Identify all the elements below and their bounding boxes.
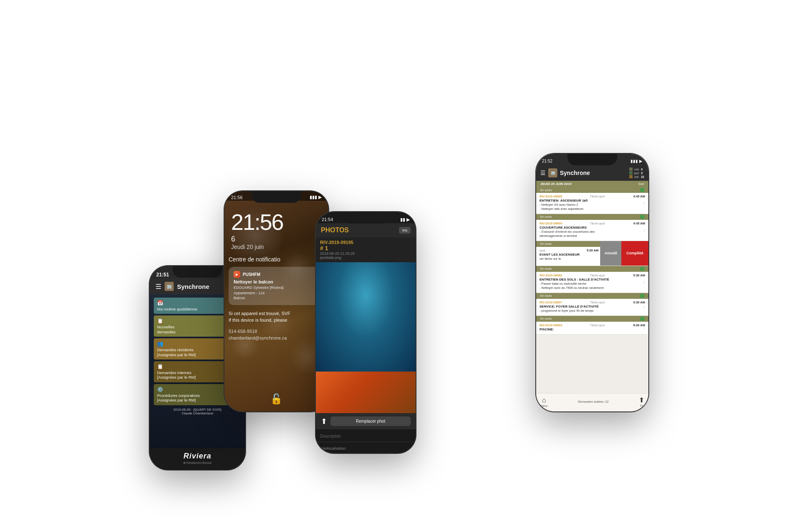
p2-lost-message: Si cet appareil est trouvé, SVF If this … bbox=[229, 310, 324, 324]
p2-notif-header: ▶ PUSHFM bbox=[234, 271, 319, 278]
p4-task-6-status-icon bbox=[640, 317, 644, 321]
p3-desc: Description bbox=[316, 429, 416, 442]
p4-task-4-arrow: › bbox=[643, 279, 645, 285]
p4-task-2-arrow: › bbox=[643, 227, 645, 233]
p3-replace-btn[interactable]: Remplacer phot bbox=[330, 416, 411, 426]
p4-date-text: JEUDI 20 JUIN 2019 bbox=[540, 182, 571, 186]
p1-time: 21:51 bbox=[156, 272, 169, 278]
p4-counters: nuit: 0 jour: 0 soir: 22 bbox=[629, 167, 644, 178]
p4-task-2-header: RIV-2019-08694 Tâche quot. 4:45 AM bbox=[539, 222, 645, 225]
phone-tasklist: 21:52 ▮▮▮ ▶ ☰ 🏢 Synchrone nuit: 0 bbox=[536, 154, 648, 411]
p3-action-btn[interactable]: Ins bbox=[399, 227, 411, 234]
jour-label: jour: bbox=[634, 172, 640, 175]
pushfm-icon: ▶ bbox=[234, 271, 240, 278]
p4-task-4-status: En cours bbox=[540, 267, 552, 270]
p4-task-6-content: RIV-2019-08683 Tâche quot. 6:00 AM PISCI… bbox=[536, 322, 648, 334]
p1-brand: Riviera bbox=[183, 452, 211, 461]
p3-photo-area bbox=[316, 262, 416, 413]
hamburger-icon[interactable]: ☰ bbox=[155, 283, 161, 291]
p4-task-4-time: 5:30 AM bbox=[633, 273, 645, 277]
p4-shift-tag: Soir bbox=[638, 182, 644, 186]
phone-photos: 21:54 ▮▮ ▶ PHOTOS Ins RIV-2019-09195 # 1… bbox=[316, 212, 416, 453]
p4-task-3[interactable]: En cours quot. 5:00 AM EVANT LES ASCENSE… bbox=[536, 241, 648, 266]
p1-procedures-label: Procédures corporatives[Assignées par le… bbox=[157, 393, 200, 403]
p4-task-5[interactable]: En cours RIV-2019-08697 Tâche quot. 5:30… bbox=[536, 293, 648, 316]
gear-icon: ⚙️ bbox=[157, 387, 163, 392]
p3-pool-overlay bbox=[316, 262, 416, 372]
p4-task-1[interactable]: En cours RIV-2019-08685 Tâche quot. 4:45… bbox=[536, 187, 648, 214]
p1-residents-label: Demandes résidents[Assignées par le RM] bbox=[157, 347, 196, 357]
users-icon: 👥 bbox=[157, 341, 163, 347]
p4-task-2-body: - S'assurer d'enlevé les couvertures des… bbox=[539, 230, 645, 238]
upload-icon: ⬆ bbox=[321, 417, 327, 426]
p4-task-5-status: En cours bbox=[540, 294, 552, 297]
p3-header: PHOTOS Ins bbox=[316, 223, 416, 237]
p2-lost-en: If this device is found, please bbox=[229, 317, 324, 324]
p4-task-1-id: RIV-2019-08685 bbox=[539, 195, 562, 198]
nuit-dot bbox=[629, 167, 633, 171]
p4-hamburger-icon[interactable]: ☰ bbox=[540, 170, 546, 176]
p2-notif-body2: Appartement - 114 bbox=[234, 291, 319, 296]
p3-screen: 21:54 ▮▮ ▶ PHOTOS Ins RIV-2019-09195 # 1… bbox=[316, 212, 416, 453]
p4-bottom-nav: ⌂ Menu Demandes isolées: 22 ⬆ Tri bbox=[536, 393, 648, 411]
p4-complete-button[interactable]: Complété bbox=[621, 241, 648, 266]
p1-nouvelles-label: Nouvellesdemandes bbox=[157, 325, 175, 334]
p4-task-4-title: ENTRETIEN DES SOLS : SALLE D'ACTIVITÉ bbox=[539, 278, 645, 282]
p1-bottom: Riviera ✿ Résidences Bonzaï bbox=[150, 448, 245, 470]
p3-footer: ⬆ Remplacer phot bbox=[316, 413, 416, 429]
p3-geo-label: Géolocalisation: bbox=[320, 446, 347, 451]
p4-task-1-time: 4:45 AM bbox=[633, 195, 645, 198]
p4-task-4-id: RIV-2019-08682 bbox=[539, 273, 562, 277]
p4-task-2[interactable]: En cours RIV-2019-08694 Tâche quot. 4:45… bbox=[536, 214, 648, 241]
phone-4-inner: 21:52 ▮▮▮ ▶ ☰ 🏢 Synchrone nuit: 0 bbox=[536, 154, 648, 411]
p2-contact: 514-658-9518 chamberland@synchrone.ca bbox=[229, 328, 324, 342]
bonzai-icon: ✿ bbox=[183, 461, 186, 464]
p2-clock-area: 21:56 6 Jeudi 20 juin bbox=[224, 201, 328, 254]
p2-screen: 21:56 ▮▮▮ ▶ 21:56 6 Jeudi 20 juin Centre… bbox=[224, 191, 328, 411]
p4-task-5-title: SERVICE: FOYER SALLE D'ACTIVITÉ bbox=[539, 305, 645, 309]
p2-notif-body3: Balcon bbox=[234, 296, 319, 301]
p1-logo-icon: 🏢 bbox=[165, 282, 174, 291]
p4-task-3-header: quot. 5:00 AM bbox=[539, 249, 598, 252]
p2-email: chamberland@synchrone.ca bbox=[229, 335, 324, 342]
soir-dot bbox=[629, 175, 633, 178]
p1-sub-brand-text: Résidences Bonzaï bbox=[187, 461, 212, 464]
p4-task-1-content: RIV-2019-08685 Tâche quot. 4:45 AM ENTRE… bbox=[536, 193, 648, 214]
p4-nav-tri[interactable]: ⬆ Tri bbox=[639, 396, 644, 407]
p4-logo-icon: 🏢 bbox=[548, 168, 557, 177]
p1-app-name: Synchrone bbox=[177, 283, 209, 290]
p4-task-6-status-bar: En cours bbox=[536, 316, 648, 322]
p4-task-5-status-icon bbox=[640, 294, 644, 298]
p4-task-2-content: RIV-2019-08694 Tâche quot. 4:45 AM COUVE… bbox=[536, 220, 648, 241]
p4-annule-button[interactable]: Annulé bbox=[600, 241, 621, 266]
p4-counter-jour: jour: 0 bbox=[629, 171, 644, 175]
p4-task-5-body: - programmé le foyer pour 5h de temps bbox=[539, 309, 645, 313]
p4-tri-label: Tri bbox=[640, 404, 643, 407]
p4-app-name: Synchrone bbox=[560, 170, 627, 176]
soir-label: soir: bbox=[634, 175, 639, 178]
p1-internes-left: 📋 Demandes internes[Assignées par le RM] bbox=[157, 364, 196, 380]
p4-task-3-title: EVANT LES ASCENSEUR bbox=[539, 253, 598, 257]
notch-cutout-4 bbox=[567, 154, 617, 165]
p2-notif-center-title: Centre de notificatio bbox=[224, 254, 328, 264]
p4-task-3-body: ver tâche sur la bbox=[539, 257, 598, 261]
p4-nav-menu[interactable]: ⌂ Menu bbox=[540, 397, 548, 407]
p4-task-5-header: RIV-2019-08697 Tâche quot. 5:30 AM bbox=[539, 300, 645, 304]
jour-dot bbox=[629, 171, 633, 175]
p2-notif-body1: EDOUARD Sylvestre [Riviera] bbox=[234, 285, 319, 291]
p4-counter-nuit: nuit: 0 bbox=[629, 167, 644, 171]
scene: 21:51 ▮▮▮ ▶ ☰ 🏢 Synchrone 📅 Ma routine q… bbox=[150, 37, 648, 495]
p3-task-info: RIV-2019-09195 # 1 2019-06-20 21:25:26 p… bbox=[316, 237, 416, 262]
p4-demandes-label: Demandes isolées: 22 bbox=[578, 400, 608, 404]
p1-procedures-left: ⚙️ Procédures corporatives[Assignées par… bbox=[157, 387, 200, 403]
p4-task-1-status-icon bbox=[640, 188, 644, 192]
p4-task-1-arrow: › bbox=[643, 200, 645, 206]
sort-icon: ⬆ bbox=[639, 396, 644, 404]
p1-routine-left: 📅 Ma routine quotidienne bbox=[157, 300, 197, 311]
p4-menu-label: Menu bbox=[540, 404, 548, 407]
calendar-icon: 📅 bbox=[157, 300, 163, 306]
nuit-label: nuit: bbox=[634, 168, 639, 171]
clipboard-icon: 📋 bbox=[157, 318, 163, 324]
p4-task-6[interactable]: En cours RIV-2019-08683 Tâche quot. 6:00… bbox=[536, 316, 648, 335]
p4-task-4[interactable]: En cours RIV-2019-08682 Tâche quot. 5:30… bbox=[536, 266, 648, 293]
